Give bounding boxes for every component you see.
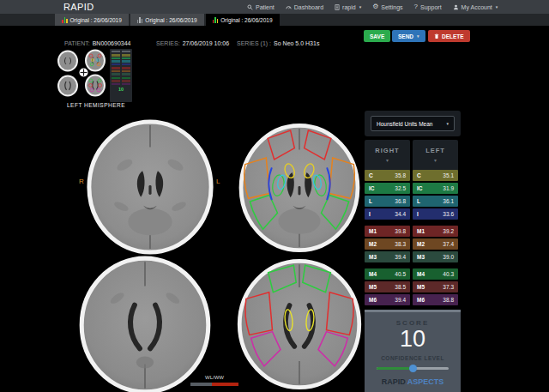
- hu-row-left-m6[interactable]: M638.8: [413, 294, 458, 305]
- hu-value: 36.1: [443, 198, 454, 204]
- hu-row-left-c[interactable]: C35.1: [413, 170, 458, 181]
- send-button[interactable]: SEND ▾: [392, 30, 425, 42]
- ct-slice-supra-aspects-overlay[interactable]: [226, 255, 373, 392]
- region-label: L: [369, 198, 372, 204]
- hu-row-left-m3[interactable]: M339.0: [413, 251, 458, 262]
- nav-label: My Account: [462, 4, 492, 10]
- region-label: M6: [417, 297, 425, 303]
- hu-row-left-i[interactable]: I33.6: [413, 208, 458, 220]
- hu-row-right-m3[interactable]: M339.4: [365, 251, 410, 262]
- hu-row-right-ic[interactable]: IC32.5: [365, 183, 410, 194]
- wl-segment: [190, 383, 212, 386]
- crosshair-icon[interactable]: [79, 68, 88, 77]
- question-icon: ?: [414, 3, 418, 10]
- chevron-down-icon: ▾: [496, 4, 498, 9]
- hu-row-left-m4[interactable]: M440.3: [413, 268, 458, 280]
- tab-original-2[interactable]: Original : 26/06/2019: [130, 14, 204, 26]
- series-chart-icon: [62, 17, 68, 23]
- patient-id: BN000690344: [93, 40, 131, 46]
- hu-row-right-m4[interactable]: M440.5: [365, 268, 410, 280]
- tab-label: Original : 26/06/2019: [220, 17, 272, 23]
- nav-label: Support: [420, 4, 442, 10]
- region-label: I: [417, 211, 419, 217]
- patient-info: PATIENT:BN000690344: [64, 33, 130, 49]
- hu-value: 35.1: [443, 172, 454, 178]
- region-label: M4: [417, 271, 425, 277]
- nav-patient[interactable]: Patient: [247, 4, 274, 10]
- nav-label: Dashboard: [294, 4, 323, 10]
- hu-row-right-l[interactable]: L36.8: [365, 196, 410, 207]
- trash-icon: [434, 33, 439, 39]
- orientation-marker-left: L: [216, 178, 220, 185]
- tab-label: Original : 26/06/2019: [145, 17, 196, 23]
- hu-row-left-m5[interactable]: M537.3: [413, 281, 458, 292]
- confidence-handle[interactable]: [409, 365, 417, 372]
- ct-slice-basal-aspects-overlay[interactable]: [226, 119, 372, 256]
- app-logo[interactable]: RAPID: [63, 2, 94, 12]
- region-label: IC: [417, 185, 423, 191]
- hu-row-left-m2[interactable]: M237.4: [413, 238, 458, 250]
- hu-row-right-m2[interactable]: M238.3: [365, 238, 410, 250]
- hu-row-left-m1[interactable]: M139.2: [413, 226, 458, 237]
- confidence-slider[interactable]: [377, 367, 449, 370]
- hu-value: 39.0: [443, 254, 454, 260]
- hu-value: 39.4: [395, 297, 406, 303]
- minimap-region-stripe: [112, 70, 130, 73]
- nav-rapid-menu[interactable]: rapid ▾: [335, 4, 361, 10]
- thumbnail-basal-plain[interactable]: [55, 50, 81, 72]
- tab-original-3[interactable]: Original : 26/06/2019: [206, 14, 280, 26]
- window-level-bar[interactable]: [190, 383, 238, 386]
- hu-row-right-c[interactable]: C35.8: [365, 170, 410, 181]
- series-description: So Neo 5.0 H31s: [274, 40, 319, 46]
- hu-units-dropdown[interactable]: Hounsfield Units Mean ▾: [371, 116, 455, 131]
- hu-value: 31.9: [443, 185, 454, 191]
- region-label: IC: [369, 185, 375, 191]
- save-button[interactable]: SAVE: [364, 30, 390, 42]
- nav-dashboard[interactable]: Dashboard: [286, 4, 323, 10]
- hu-row-left-l[interactable]: L36.1: [413, 196, 458, 207]
- hu-value: 33.6: [443, 211, 454, 217]
- nav-settings[interactable]: ⚙ Settings: [372, 3, 402, 10]
- tab-original-1[interactable]: Original : 26/06/2019: [55, 14, 129, 26]
- region-label: M2: [417, 241, 425, 247]
- send-label: SEND: [398, 33, 413, 39]
- region-label: M1: [369, 228, 377, 234]
- gear-icon: ⚙: [372, 3, 378, 10]
- thumbnail-supra-overlay[interactable]: [82, 74, 108, 97]
- minimap-region-stripe: [112, 67, 130, 69]
- search-icon: [247, 4, 253, 10]
- nav-my-account[interactable]: My Account ▾: [453, 4, 498, 10]
- region-label: M4: [369, 271, 377, 277]
- confidence-label: CONFIDENCE LEVEL: [365, 355, 461, 361]
- hu-row-right-m5[interactable]: M538.5: [365, 281, 410, 292]
- hu-row-left-ic[interactable]: IC31.9: [413, 183, 458, 194]
- minimap-score: 10: [112, 87, 130, 92]
- region-label: C: [417, 172, 421, 178]
- hu-dropdown-value: Hounsfield Units Mean: [377, 121, 432, 127]
- hu-row-right-i[interactable]: I34.4: [365, 208, 410, 220]
- chevron-down-icon: ▾: [446, 121, 449, 126]
- minimap-panel[interactable]: 10: [110, 49, 132, 102]
- score-value: 10: [365, 327, 461, 351]
- hu-value: 34.4: [395, 211, 406, 217]
- nav-support[interactable]: ? Support: [414, 3, 442, 10]
- delete-button[interactable]: DELETE: [428, 30, 470, 42]
- region-label: M5: [417, 284, 425, 290]
- hu-row-right-m6[interactable]: M639.4: [365, 294, 410, 305]
- thumbnail-supra-plain[interactable]: [55, 75, 81, 97]
- nav-label: rapid: [342, 4, 356, 10]
- column-title: LEFT: [413, 147, 458, 154]
- ct-slice-supra-plain[interactable]: [67, 255, 223, 392]
- series-description-info: SERIES (1) :So Neo 5.0 H31s: [237, 33, 319, 49]
- series-chart-icon: [137, 17, 143, 23]
- hu-column-header-right[interactable]: RIGHT ▾: [365, 140, 410, 172]
- series-info: SERIES:27/06/2019 10:06: [156, 33, 229, 49]
- hu-row-right-m1[interactable]: M139.8: [365, 226, 410, 237]
- minimap-region-stripe: [112, 83, 130, 86]
- minimap-region-stripe: [112, 80, 130, 82]
- region-label: M2: [369, 241, 377, 247]
- brand-secondary: ASPECTS: [407, 377, 444, 386]
- window-level-label[interactable]: WL/WW: [189, 375, 240, 380]
- hu-column-header-left[interactable]: LEFT ▾: [413, 140, 458, 172]
- ct-slice-basal-plain[interactable]: [74, 118, 226, 256]
